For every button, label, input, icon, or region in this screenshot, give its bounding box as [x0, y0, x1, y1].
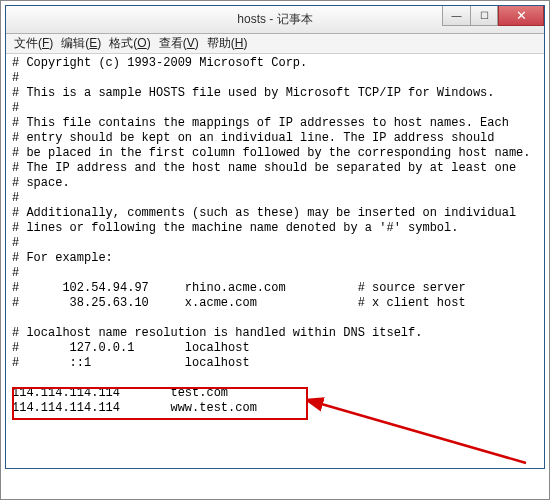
- file-line: # entry should be kept on an individual …: [12, 131, 494, 145]
- file-line: # space.: [12, 176, 70, 190]
- minimize-button[interactable]: —: [442, 6, 470, 26]
- file-line: #: [12, 266, 19, 280]
- menu-file[interactable]: 文件(F): [10, 35, 57, 52]
- file-line: # Additionally, comments (such as these)…: [12, 206, 516, 220]
- notepad-window: hosts - 记事本 — ☐ ✕ 文件(F) 编辑(E) 格式(O) 查看(V…: [5, 5, 545, 469]
- file-line: # 102.54.94.97 rhino.acme.com # source s…: [12, 281, 466, 295]
- file-line: # lines or following the machine name de…: [12, 221, 458, 235]
- file-line: # ::1 localhost: [12, 356, 250, 370]
- text-area[interactable]: # Copyright (c) 1993-2009 Microsoft Corp…: [6, 54, 544, 468]
- file-line: #: [12, 101, 19, 115]
- menu-help[interactable]: 帮助(H): [203, 35, 252, 52]
- file-line: #: [12, 191, 19, 205]
- file-line: # localhost name resolution is handled w…: [12, 326, 422, 340]
- close-button[interactable]: ✕: [498, 6, 544, 26]
- file-line: #: [12, 71, 19, 85]
- window-title: hosts - 记事本: [237, 11, 312, 28]
- file-line: # 38.25.63.10 x.acme.com # x client host: [12, 296, 466, 310]
- file-line: # 127.0.0.1 localhost: [12, 341, 250, 355]
- titlebar: hosts - 记事本 — ☐ ✕: [6, 6, 544, 34]
- menubar: 文件(F) 编辑(E) 格式(O) 查看(V) 帮助(H): [6, 34, 544, 54]
- window-controls: — ☐ ✕: [442, 6, 544, 26]
- file-line: #: [12, 236, 19, 250]
- file-line: # This file contains the mappings of IP …: [12, 116, 509, 130]
- file-line: # be placed in the first column followed…: [12, 146, 530, 160]
- file-line: 114.114.114.114 test.com: [12, 386, 228, 400]
- menu-edit[interactable]: 编辑(E): [57, 35, 105, 52]
- file-line: # The IP address and the host name shoul…: [12, 161, 516, 175]
- file-line: # For example:: [12, 251, 113, 265]
- menu-view[interactable]: 查看(V): [155, 35, 203, 52]
- file-line: # This is a sample HOSTS file used by Mi…: [12, 86, 494, 100]
- maximize-button[interactable]: ☐: [470, 6, 498, 26]
- file-line: 114.114.114.114 www.test.com: [12, 401, 257, 415]
- file-line: # Copyright (c) 1993-2009 Microsoft Corp…: [12, 56, 307, 70]
- menu-format[interactable]: 格式(O): [105, 35, 154, 52]
